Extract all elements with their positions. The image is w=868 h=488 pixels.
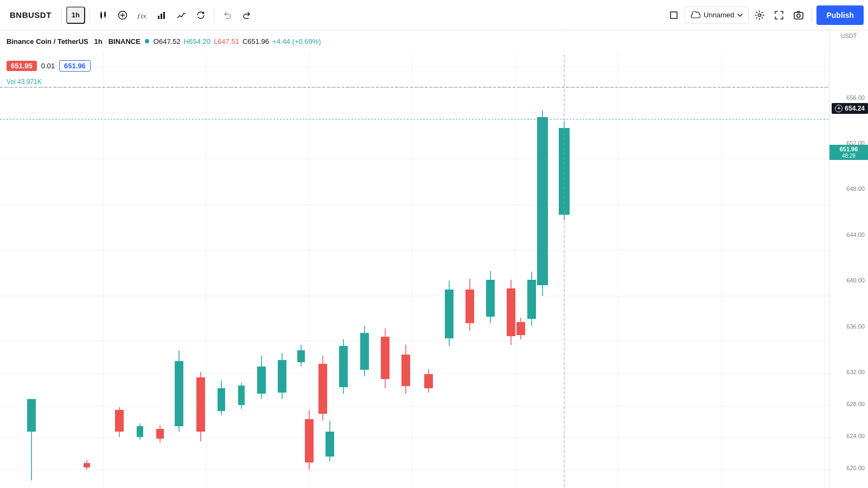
bar-chart-icon — [157, 10, 167, 20]
price-level-648: 648.00 — [846, 185, 865, 192]
svg-rect-0 — [100, 13, 102, 17]
chevron-down-icon — [737, 14, 743, 17]
plus-circle-icon — [118, 10, 127, 20]
svg-rect-89 — [527, 280, 536, 319]
square-icon — [669, 10, 679, 20]
svg-text:f: f — [138, 12, 141, 19]
line-chart-icon — [176, 10, 186, 20]
svg-rect-67 — [339, 346, 348, 387]
indicator-button[interactable]: f (x) — [133, 7, 151, 24]
price-level-620: 620.00 — [846, 465, 865, 471]
svg-rect-77 — [401, 355, 410, 386]
chart-main[interactable]: Binance Coin / TetherUS · 1h · BINANCE O… — [0, 30, 829, 488]
svg-rect-71 — [381, 337, 390, 379]
plus-icon: + — [835, 105, 843, 112]
svg-rect-12 — [161, 14, 162, 19]
bar-chart-button[interactable] — [153, 7, 170, 24]
camera-icon — [794, 10, 803, 20]
svg-rect-47 — [137, 426, 143, 437]
candlestick-chart[interactable] — [0, 30, 829, 488]
line-chart-button[interactable] — [173, 7, 190, 24]
svg-rect-61 — [278, 360, 286, 393]
svg-rect-83 — [465, 290, 474, 323]
svg-rect-87 — [507, 288, 515, 336]
currency-label: USDT — [829, 33, 868, 39]
svg-rect-81 — [445, 290, 454, 338]
cloud-icon — [691, 11, 700, 19]
add-indicator-button[interactable] — [114, 7, 131, 24]
cloud-label: Unnamed — [704, 11, 734, 19]
undo-button[interactable] — [219, 7, 236, 24]
chart-container[interactable]: Binance Coin / TetherUS · 1h · BINANCE O… — [0, 30, 868, 488]
svg-rect-45 — [115, 410, 124, 432]
svg-rect-79 — [424, 374, 433, 388]
separator-3 — [214, 8, 214, 23]
svg-rect-75 — [326, 432, 334, 457]
price-level-624: 624.00 — [846, 433, 865, 439]
svg-rect-13 — [163, 12, 165, 19]
svg-rect-65 — [318, 364, 327, 414]
replay-icon — [196, 10, 206, 20]
svg-rect-11 — [158, 16, 159, 19]
price-level-656: 656.00 — [846, 94, 865, 101]
svg-rect-43 — [84, 463, 90, 467]
fx-icon: f (x) — [137, 10, 147, 20]
square-button[interactable] — [665, 7, 682, 24]
crosshair-price-value: 654.24 — [845, 105, 865, 112]
svg-rect-17 — [794, 12, 803, 19]
svg-point-16 — [758, 14, 761, 16]
svg-marker-14 — [202, 11, 205, 14]
screenshot-button[interactable] — [790, 7, 807, 24]
svg-rect-73 — [305, 419, 314, 463]
svg-rect-85 — [486, 280, 495, 317]
svg-rect-69 — [360, 333, 369, 370]
publish-button[interactable]: Publish — [816, 5, 864, 25]
svg-rect-91 — [516, 322, 525, 335]
separator-4 — [812, 8, 812, 23]
candle-type-button[interactable] — [94, 7, 112, 24]
fullscreen-icon — [774, 10, 784, 20]
price-axis: USDT + 654.24 651.96 48:28 656.00 652.00… — [829, 30, 868, 488]
svg-rect-51 — [175, 361, 183, 426]
fullscreen-button[interactable] — [770, 7, 788, 24]
redo-button[interactable] — [238, 7, 256, 24]
replay-button[interactable] — [192, 7, 209, 24]
undo-icon — [222, 10, 232, 20]
svg-rect-49 — [156, 429, 164, 439]
price-level-636: 636.00 — [846, 323, 865, 330]
svg-rect-63 — [297, 350, 305, 362]
svg-text:(x): (x) — [141, 12, 147, 20]
separator-2 — [90, 8, 90, 23]
toolbar: BNBUSDT 1h f (x) — [0, 0, 868, 30]
svg-rect-41 — [27, 399, 36, 432]
redo-icon — [242, 10, 252, 20]
symbol-label: BNBUSDT — [4, 10, 57, 20]
price-level-640: 640.00 — [846, 277, 865, 284]
svg-rect-57 — [238, 386, 245, 405]
svg-rect-59 — [257, 367, 266, 394]
settings-button[interactable] — [751, 7, 768, 24]
current-price-label: 651.96 48:28 — [829, 145, 868, 160]
svg-rect-55 — [218, 388, 225, 411]
svg-rect-93 — [537, 117, 548, 285]
svg-point-18 — [797, 14, 800, 17]
svg-rect-53 — [196, 377, 205, 432]
price-level-632: 632.00 — [846, 369, 865, 375]
svg-rect-3 — [104, 12, 106, 16]
svg-rect-15 — [671, 12, 677, 18]
price-level-644: 644.00 — [846, 232, 865, 238]
price-level-652: 652.00 — [846, 140, 865, 146]
separator-1 — [61, 8, 62, 23]
interval-button[interactable]: 1h — [66, 7, 85, 24]
candle-icon — [98, 10, 108, 20]
crosshair-price-badge: + 654.24 — [832, 103, 868, 114]
price-level-628: 628.00 — [846, 401, 865, 407]
cloud-save-button[interactable]: Unnamed — [685, 7, 749, 24]
gear-icon — [755, 10, 764, 20]
